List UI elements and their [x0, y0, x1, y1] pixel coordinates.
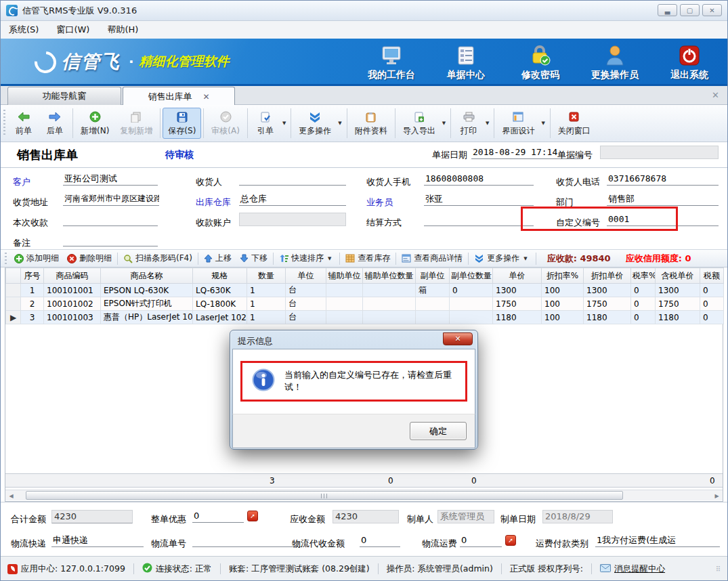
payment-now-label: 本次收款: [13, 217, 48, 229]
consignee-phone-field[interactable]: 03716678678: [607, 172, 719, 186]
chevron-down-icon: ▼: [328, 256, 331, 261]
create-date-label: 制单日期: [500, 513, 536, 525]
move-up-button[interactable]: 上移: [200, 251, 236, 266]
change-password-button[interactable]: 修改密码: [512, 44, 569, 81]
logistics-cod-field[interactable]: 0: [360, 534, 400, 547]
document-center-button[interactable]: 单据中心: [437, 44, 494, 81]
my-workbench-button[interactable]: 我的工作台: [363, 44, 420, 81]
dialog-close-button[interactable]: ✕: [443, 332, 473, 345]
toolbar-grip: [3, 110, 5, 137]
customer-label[interactable]: 客户: [13, 176, 30, 188]
maximize-button[interactable]: ▢: [680, 4, 700, 16]
dialog-message: 当前输入的自定义编号已存在，请检查后重试！: [284, 369, 465, 393]
add-detail-button[interactable]: 添加明细: [10, 251, 63, 266]
tab-sales-outbound-order[interactable]: 销售出库单 ✕: [123, 87, 235, 106]
logistics-fee-field[interactable]: 0: [460, 534, 502, 547]
freight-type-field[interactable]: 1我方付运费(生成运: [595, 534, 720, 547]
settlement-field[interactable]: [424, 213, 534, 226]
order-discount-edit-button[interactable]: ➚: [247, 511, 258, 521]
attachments-button[interactable]: 附件资料: [349, 108, 393, 139]
creator-field: 系统管理员: [437, 510, 494, 523]
move-down-button[interactable]: 下移: [236, 251, 272, 266]
salesman-field[interactable]: 张亚: [424, 192, 534, 206]
payment-now-field[interactable]: [63, 213, 158, 226]
app-center-status: 应用中心: 127.0.0.1:7099: [7, 563, 125, 575]
warehouse-label[interactable]: 出库仓库: [196, 196, 231, 209]
customer-field[interactable]: 亚拓公司测试: [63, 172, 158, 186]
exit-system-button[interactable]: 退出系统: [661, 44, 718, 81]
close-button[interactable]: ✕: [702, 4, 722, 16]
row-selector[interactable]: [6, 284, 21, 297]
quick-sort-button[interactable]: 快速排序 ▼: [275, 251, 338, 266]
message-dialog: 提示信息 ✕ 当前输入的自定义编号已存在，请检查后重试！ 确定: [230, 330, 478, 450]
menu-system[interactable]: 系统(S): [9, 24, 39, 36]
arrow-right-icon: [49, 110, 61, 124]
tabstrip-close-icon[interactable]: ✕: [712, 90, 719, 100]
salesman-label[interactable]: 业务员: [366, 196, 393, 209]
grid-row[interactable]: 2 100101002 EPSON针式打印机 LQ-1800K 1 台 1750…: [6, 297, 724, 311]
view-stock-button[interactable]: 查看库存: [341, 251, 394, 266]
view-product-detail-button[interactable]: 查看商品详情: [398, 251, 467, 266]
scroll-left-icon[interactable]: ◀: [6, 491, 16, 500]
menu-window[interactable]: 窗口(W): [56, 24, 89, 36]
import-export-button[interactable]: 导入导出: [398, 108, 441, 139]
close-window-button[interactable]: 关闭窗口: [553, 108, 596, 139]
row-selector[interactable]: [6, 297, 21, 311]
arrow-left-icon: [18, 110, 30, 124]
consignee-mobile-field[interactable]: 18608080808: [424, 172, 534, 186]
order-form: 销售出库单 待审核 单据日期 2018-08-29 17:14 单据编号 客户 …: [1, 142, 727, 249]
save-button[interactable]: 保存(S): [163, 108, 201, 139]
scroll-right-icon[interactable]: ▶: [712, 491, 722, 500]
delete-detail-button[interactable]: 删除明细: [63, 251, 116, 266]
logistics-no-field[interactable]: [192, 534, 302, 547]
grid-row[interactable]: 1 100101001 EPSON LQ-630K LQ-630K 1 台 箱 …: [6, 284, 724, 297]
grid-row-selected[interactable]: ▶ 3 100101003 惠普（HP）LaserJet 1020 LaserJ…: [6, 311, 724, 324]
prev-doc-button[interactable]: 前单: [8, 108, 39, 139]
scan-barcode-button[interactable]: 扫描条形码(F4): [119, 251, 196, 266]
window-title: 信管飞RMS专业版 V9.0.316: [22, 5, 137, 17]
tab-close-icon[interactable]: ✕: [202, 92, 209, 102]
chevron-down-icon[interactable]: ▼: [541, 121, 544, 126]
warehouse-field[interactable]: 总仓库: [239, 192, 346, 206]
address-field[interactable]: 河南省郑州市中原区建设路: [63, 192, 159, 206]
print-button[interactable]: 打印: [453, 108, 484, 139]
menu-help[interactable]: 帮助(H): [107, 24, 138, 36]
chevron-down-icon[interactable]: ▼: [486, 121, 489, 126]
save-floppy-icon: [177, 110, 188, 124]
resize-grip[interactable]: ⠿: [716, 565, 721, 573]
dialog-title: 提示信息: [232, 332, 475, 349]
scrollbar-thumb[interactable]: [26, 491, 623, 500]
horizontal-scrollbar[interactable]: ◀ ▶: [5, 490, 723, 500]
logistics-fee-edit-button[interactable]: ➚: [505, 535, 516, 546]
logistics-no-label: 物流单号: [151, 538, 186, 550]
dialog-ok-button[interactable]: 确定: [410, 422, 467, 440]
copy-new-button[interactable]: 复制新增: [114, 108, 158, 139]
tax-total: 0: [710, 476, 715, 486]
qty-total: 3: [270, 476, 275, 486]
audit-button[interactable]: 审核(A): [206, 108, 245, 139]
chevron-down-icon[interactable]: ▼: [442, 121, 446, 126]
dialog-footer: 确定: [232, 414, 475, 448]
chevron-down-icon[interactable]: ▼: [282, 121, 286, 126]
department-field[interactable]: 销售部: [607, 192, 719, 206]
consignee-field[interactable]: [239, 172, 346, 186]
switch-operator-user-icon: [603, 44, 626, 67]
new-button[interactable]: 新增(N): [75, 108, 114, 139]
account-set-status: 账套: 工序管理测试账套 (08.29创建): [229, 563, 370, 575]
logistics-express-field[interactable]: 申通快递: [51, 534, 144, 547]
minimize-button[interactable]: ▃: [658, 4, 677, 16]
tab-function-navigator[interactable]: 功能导航窗: [7, 87, 121, 105]
switch-operator-button[interactable]: 更换操作员: [586, 44, 643, 81]
order-discount-field[interactable]: 0: [192, 509, 244, 523]
remark-field[interactable]: [63, 233, 158, 246]
next-doc-button[interactable]: 后单: [39, 108, 70, 139]
custom-no-field[interactable]: 0001: [607, 213, 719, 226]
address-label: 收货地址: [13, 196, 48, 209]
message-center-link[interactable]: 消息提醒中心: [600, 563, 665, 575]
ui-design-button[interactable]: 界面设计: [496, 108, 540, 139]
chevron-down-icon[interactable]: ▼: [338, 121, 341, 126]
detail-more-actions-button[interactable]: 更多操作 ▼: [470, 251, 534, 266]
pull-doc-button[interactable]: 引单: [250, 108, 281, 139]
row-selector-arrow[interactable]: ▶: [6, 311, 21, 324]
more-actions-button[interactable]: 更多操作: [293, 108, 337, 139]
